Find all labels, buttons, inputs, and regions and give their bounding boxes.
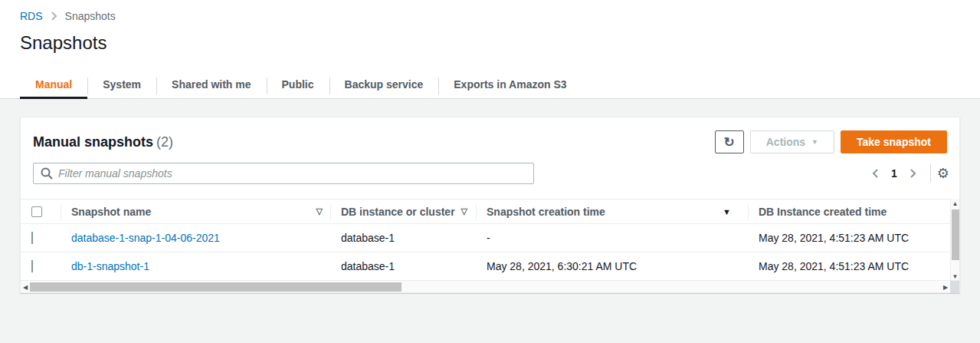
- db-created-time-cell: May 28, 2021, 4:51:23 AM UTC: [748, 260, 950, 272]
- snapshot-name-cell: database-1-snap-1-04-06-2021: [61, 232, 330, 244]
- column-label: DB Instance created time: [759, 206, 887, 218]
- column-label: Snapshot name: [71, 206, 151, 218]
- panel-actions: ↻ Actions ▼ Take snapshot: [715, 130, 947, 153]
- row-select-cell: [21, 232, 61, 244]
- column-header-snapshot-name[interactable]: Snapshot name ▽: [61, 200, 330, 223]
- creation-time-value: May 28, 2021, 6:30:21 AM UTC: [487, 260, 637, 272]
- previous-page-button[interactable]: [864, 168, 887, 179]
- manual-snapshots-panel: Manual snapshots (2) ↻ Actions ▼ Take sn…: [20, 117, 960, 293]
- search-icon: [41, 167, 53, 182]
- breadcrumb: RDS Snapshots: [20, 10, 116, 22]
- vertical-scrollbar[interactable]: ▲ ▼: [950, 199, 959, 281]
- panel-title-group: Manual snapshots (2): [33, 134, 173, 150]
- panel-header: Manual snapshots (2) ↻ Actions ▼ Take sn…: [33, 129, 947, 155]
- column-label: Snapshot creation time: [487, 206, 605, 218]
- pagination-divider: [930, 164, 931, 183]
- preferences-gear-icon[interactable]: ⚙: [937, 167, 949, 180]
- select-all-cell: [21, 200, 61, 223]
- panel-title: Manual snapshots: [33, 134, 153, 150]
- tab-bar: Manual System Shared with me Public Back…: [0, 72, 980, 99]
- snapshot-link[interactable]: db-1-snapshot-1: [71, 260, 149, 272]
- sort-icon: ▽: [461, 206, 467, 216]
- filter-search-box: [33, 163, 534, 184]
- page-title: Snapshots: [20, 32, 107, 54]
- creation-time-cell: -: [476, 232, 748, 244]
- panel-count-badge: (2): [156, 134, 173, 150]
- db-created-time-value: May 28, 2021, 4:51:23 AM UTC: [759, 232, 909, 244]
- creation-time-value: -: [487, 232, 490, 244]
- snapshot-name-cell: db-1-snapshot-1: [61, 260, 330, 272]
- scroll-up-icon[interactable]: ▲: [951, 199, 959, 208]
- scroll-left-icon[interactable]: ◀: [21, 281, 30, 293]
- horizontal-scrollbar-thumb[interactable]: [30, 282, 402, 292]
- horizontal-scrollbar[interactable]: ◀ ▶: [21, 280, 959, 292]
- actions-dropdown-button[interactable]: Actions ▼: [750, 130, 834, 153]
- sort-icon: ▽: [316, 206, 323, 216]
- table-header-row: Snapshot name ▽ DB instance or cluster ▽…: [21, 199, 959, 224]
- column-header-creation-time[interactable]: Snapshot creation time ▼: [476, 200, 748, 223]
- vertical-scrollbar-thumb[interactable]: [952, 209, 959, 260]
- refresh-button[interactable]: ↻: [715, 130, 744, 153]
- scroll-right-icon[interactable]: ▶: [941, 281, 950, 293]
- tab-shared-with-me[interactable]: Shared with me: [156, 72, 266, 98]
- column-header-db-created-time[interactable]: DB Instance created time: [748, 200, 950, 223]
- select-all-checkbox[interactable]: [31, 206, 42, 217]
- tab-exports-amazon-s3[interactable]: Exports in Amazon S3: [438, 72, 582, 98]
- scrollbar-corner: [950, 281, 959, 293]
- next-page-button[interactable]: [902, 168, 924, 179]
- current-page-number[interactable]: 1: [887, 167, 902, 180]
- breadcrumb-chevron-icon: [51, 12, 57, 21]
- row-checkbox[interactable]: [31, 232, 33, 244]
- tab-system[interactable]: System: [87, 72, 156, 98]
- tab-backup-service[interactable]: Backup service: [329, 72, 439, 98]
- tab-manual[interactable]: Manual: [20, 72, 87, 98]
- snapshots-table: Snapshot name ▽ DB instance or cluster ▽…: [21, 199, 959, 292]
- db-instance-cell: database-1: [330, 232, 476, 244]
- table-row: database-1-snap-1-04-06-2021 database-1 …: [21, 224, 959, 252]
- breadcrumb-rds-link[interactable]: RDS: [20, 10, 43, 22]
- pagination: 1 ⚙: [864, 164, 949, 183]
- creation-time-cell: May 28, 2021, 6:30:21 AM UTC: [476, 260, 748, 272]
- tab-public[interactable]: Public: [267, 72, 329, 98]
- rds-snapshots-page: RDS Snapshots Snapshots Manual System Sh…: [0, 0, 980, 343]
- column-label: DB instance or cluster: [341, 206, 455, 218]
- db-instance-cell: database-1: [330, 260, 476, 272]
- filter-row: 1 ⚙: [33, 163, 949, 184]
- db-created-time-cell: May 28, 2021, 4:51:23 AM UTC: [748, 232, 950, 244]
- table-row: db-1-snapshot-1 database-1 May 28, 2021,…: [21, 252, 959, 281]
- column-header-db-instance[interactable]: DB instance or cluster ▽: [330, 200, 476, 223]
- filter-snapshots-input[interactable]: [33, 163, 534, 184]
- row-checkbox[interactable]: [31, 260, 33, 272]
- snapshot-link[interactable]: database-1-snap-1-04-06-2021: [71, 232, 220, 244]
- db-created-time-value: May 28, 2021, 4:51:23 AM UTC: [759, 260, 909, 272]
- chevron-down-icon: ▼: [811, 138, 818, 146]
- sort-desc-icon: ▼: [723, 207, 731, 216]
- actions-button-label: Actions: [766, 136, 805, 148]
- refresh-icon: ↻: [724, 134, 735, 150]
- take-snapshot-button[interactable]: Take snapshot: [841, 130, 947, 153]
- breadcrumb-current: Snapshots: [65, 10, 116, 22]
- row-select-cell: [21, 260, 61, 272]
